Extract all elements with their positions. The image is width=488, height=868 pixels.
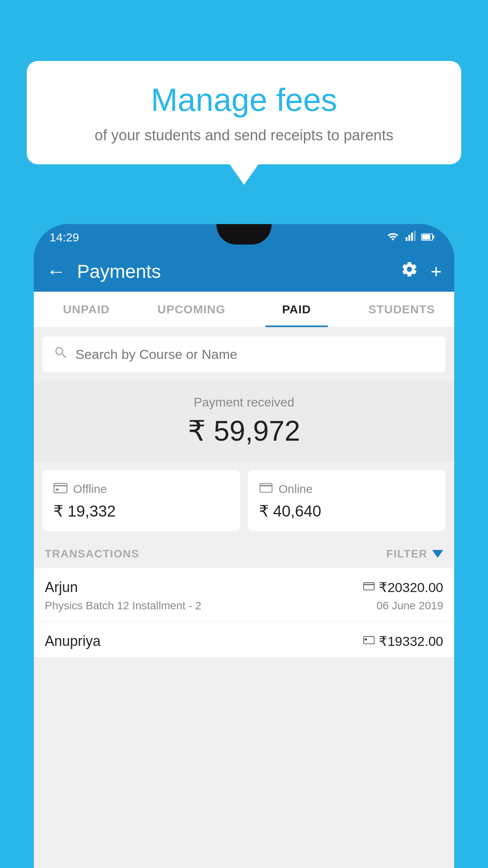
svg-rect-0 xyxy=(405,237,407,241)
svg-rect-10 xyxy=(364,583,374,590)
online-amount: ₹ 40,640 xyxy=(259,502,435,520)
card-icon xyxy=(363,581,375,594)
transaction-name-arjun: Arjun xyxy=(45,579,78,596)
signal-icon xyxy=(405,231,416,245)
filter-icon xyxy=(432,550,443,558)
tab-unpaid[interactable]: UNPAID xyxy=(34,292,139,327)
transactions-header: TRANSACTIONS FILTER xyxy=(34,540,454,568)
transaction-bottom-arjun: Physics Batch 12 Installment - 2 06 June… xyxy=(45,600,443,612)
svg-rect-8 xyxy=(56,489,59,491)
svg-rect-7 xyxy=(54,484,67,493)
status-time: 14:29 xyxy=(50,231,79,244)
online-card-header: Online xyxy=(259,481,435,497)
svg-rect-3 xyxy=(414,231,416,241)
phone-frame: 14:29 xyxy=(34,224,454,868)
offline-payment-icon xyxy=(53,481,68,497)
svg-rect-1 xyxy=(408,235,410,241)
svg-rect-2 xyxy=(411,232,413,241)
tab-students[interactable]: STUDENTS xyxy=(349,292,455,327)
svg-rect-6 xyxy=(433,235,434,239)
online-card: Online ₹ 40,640 xyxy=(248,470,446,531)
app-bar-icons: + xyxy=(401,261,442,282)
svg-rect-5 xyxy=(422,235,430,239)
transaction-amount-value-anupriya: ₹19332.00 xyxy=(379,633,443,649)
app-bar: ← Payments + xyxy=(34,251,454,292)
payment-received-amount: ₹ 59,972 xyxy=(42,414,446,447)
page-title: Payments xyxy=(77,261,401,282)
phone-mockup: 14:29 xyxy=(34,224,454,868)
screen-content: Payment received ₹ 59,972 xyxy=(34,328,454,868)
tab-upcoming[interactable]: UPCOMING xyxy=(139,292,244,327)
status-icons xyxy=(387,231,435,245)
transaction-course-arjun: Physics Batch 12 Installment - 2 xyxy=(45,600,201,612)
transactions-label: TRANSACTIONS xyxy=(45,548,139,560)
transaction-amount-anupriya: ₹19332.00 xyxy=(363,633,443,649)
transaction-top-anupriya: Anupriya ₹19332.00 xyxy=(45,633,443,649)
search-icon xyxy=(53,345,68,364)
payment-cards-row: Offline ₹ 19,332 Online xyxy=(34,462,454,540)
online-payment-icon xyxy=(259,481,273,497)
manage-fees-title: Manage fees xyxy=(50,81,438,118)
online-label: Online xyxy=(279,482,313,496)
battery-icon xyxy=(421,231,435,244)
wifi-icon xyxy=(387,231,399,245)
offline-amount: ₹ 19,332 xyxy=(53,502,229,520)
transaction-row[interactable]: Arjun ₹20320.00 Physics Batch 12 Install… xyxy=(34,568,454,622)
tab-paid[interactable]: PAID xyxy=(244,292,349,327)
payment-received-label: Payment received xyxy=(42,395,446,410)
manage-fees-subtitle: of your students and send receipts to pa… xyxy=(50,127,438,144)
tabs-bar: UNPAID UPCOMING PAID STUDENTS xyxy=(34,292,454,328)
transaction-amount-arjun: ₹20320.00 xyxy=(363,579,443,595)
cash-icon xyxy=(363,635,375,647)
offline-label: Offline xyxy=(73,482,107,496)
search-input[interactable] xyxy=(75,347,435,362)
svg-rect-9 xyxy=(260,484,272,492)
search-bar xyxy=(42,337,446,372)
offline-card: Offline ₹ 19,332 xyxy=(42,470,240,531)
offline-card-header: Offline xyxy=(53,481,229,497)
add-button[interactable]: + xyxy=(431,261,442,282)
transaction-row-partial[interactable]: Anupriya ₹19332.00 xyxy=(34,622,454,657)
speech-bubble: Manage fees of your students and send re… xyxy=(27,61,461,164)
transaction-amount-value-arjun: ₹20320.00 xyxy=(379,579,443,595)
payment-received-section: Payment received ₹ 59,972 xyxy=(34,381,454,462)
filter-label: FILTER xyxy=(386,548,427,560)
svg-rect-12 xyxy=(365,638,367,640)
speech-bubble-container: Manage fees of your students and send re… xyxy=(27,61,461,164)
filter-button[interactable]: FILTER xyxy=(386,548,443,560)
back-button[interactable]: ← xyxy=(46,261,66,281)
settings-button[interactable] xyxy=(401,261,418,282)
transaction-date-arjun: 06 June 2019 xyxy=(376,600,443,612)
transaction-top-arjun: Arjun ₹20320.00 xyxy=(45,579,443,596)
transaction-name-anupriya: Anupriya xyxy=(45,633,101,649)
